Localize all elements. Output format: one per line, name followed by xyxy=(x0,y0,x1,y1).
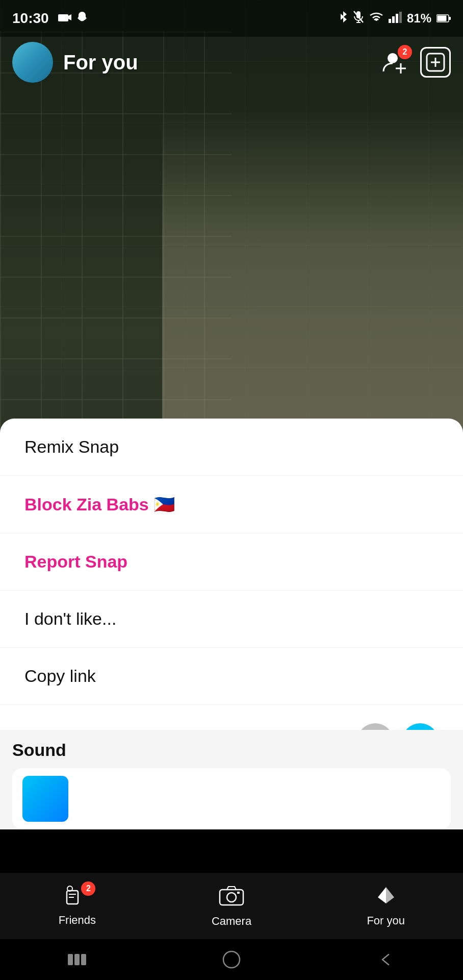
context-menu: Remix Snap Block Zia Babs 🇵🇭 Report Snap… xyxy=(0,419,463,778)
camera-label: Camera xyxy=(212,915,251,928)
nav-item-for-you[interactable]: For you xyxy=(308,885,463,927)
svg-rect-6 xyxy=(389,19,391,23)
friends-icon: 2 xyxy=(66,886,88,910)
menu-item-dont-like[interactable]: I don't like... xyxy=(0,591,463,648)
camera-icon xyxy=(219,885,244,911)
wifi-icon xyxy=(369,11,383,27)
signal-icon xyxy=(389,11,402,27)
sound-section: Sound xyxy=(0,730,463,829)
tile-pattern xyxy=(0,31,232,441)
friends-badge: 2 xyxy=(81,881,95,896)
menu-item-remix-snap[interactable]: Remix Snap xyxy=(0,419,463,476)
sound-card[interactable] xyxy=(12,768,451,829)
svg-marker-33 xyxy=(386,887,394,903)
avatar[interactable] xyxy=(12,42,53,83)
back-button[interactable] xyxy=(371,944,401,975)
svg-point-37 xyxy=(223,951,240,968)
bluetooth-icon xyxy=(339,10,348,27)
svg-rect-31 xyxy=(237,892,240,894)
for-you-icon xyxy=(375,885,397,910)
svg-rect-9 xyxy=(399,12,402,23)
mute-icon xyxy=(353,10,364,27)
nav-item-friends[interactable]: 2 Friends xyxy=(0,886,155,927)
svg-rect-11 xyxy=(449,17,451,20)
status-icons-right: 81% xyxy=(339,10,451,27)
svg-point-30 xyxy=(227,893,236,902)
for-you-label: For you xyxy=(367,914,405,927)
menu-item-report-snap[interactable]: Report Snap xyxy=(0,533,463,591)
page-title: For you xyxy=(63,51,138,74)
svg-rect-8 xyxy=(396,14,398,23)
svg-rect-34 xyxy=(68,954,73,965)
status-icons-left xyxy=(57,10,88,27)
add-snap-button[interactable] xyxy=(420,47,451,78)
svg-rect-12 xyxy=(438,15,447,21)
battery-icon xyxy=(436,11,451,27)
svg-rect-7 xyxy=(392,16,395,23)
friend-notification-badge: 2 xyxy=(398,45,412,59)
friends-label: Friends xyxy=(59,914,96,927)
svg-marker-32 xyxy=(378,887,386,903)
sound-label: Sound xyxy=(12,740,451,760)
home-button[interactable] xyxy=(216,944,247,975)
sound-thumbnail xyxy=(22,776,68,822)
svg-rect-36 xyxy=(81,954,86,965)
camera-status-icon xyxy=(57,10,71,27)
svg-rect-29 xyxy=(220,890,243,905)
add-snap-icon xyxy=(426,53,445,72)
menu-item-copy-link[interactable]: Copy link xyxy=(0,648,463,705)
add-friend-button[interactable]: 2 xyxy=(379,47,410,78)
snap-header: For you 2 xyxy=(0,37,463,88)
svg-point-13 xyxy=(388,53,398,63)
header-actions: 2 xyxy=(379,47,451,78)
svg-rect-0 xyxy=(58,14,68,21)
nav-item-camera[interactable]: Camera xyxy=(155,885,309,928)
menu-item-block-user[interactable]: Block Zia Babs 🇵🇭 xyxy=(0,476,463,533)
status-time: 10:30 xyxy=(12,10,49,27)
bottom-nav: 2 Friends Camera For you xyxy=(0,873,463,939)
svg-marker-1 xyxy=(68,14,71,20)
system-nav-bar xyxy=(0,939,463,980)
svg-rect-35 xyxy=(74,954,80,965)
recent-apps-button[interactable] xyxy=(62,944,92,975)
battery-text: 81% xyxy=(407,11,431,26)
status-bar: 10:30 xyxy=(0,0,463,37)
snapchat-ghost-icon xyxy=(76,10,88,27)
